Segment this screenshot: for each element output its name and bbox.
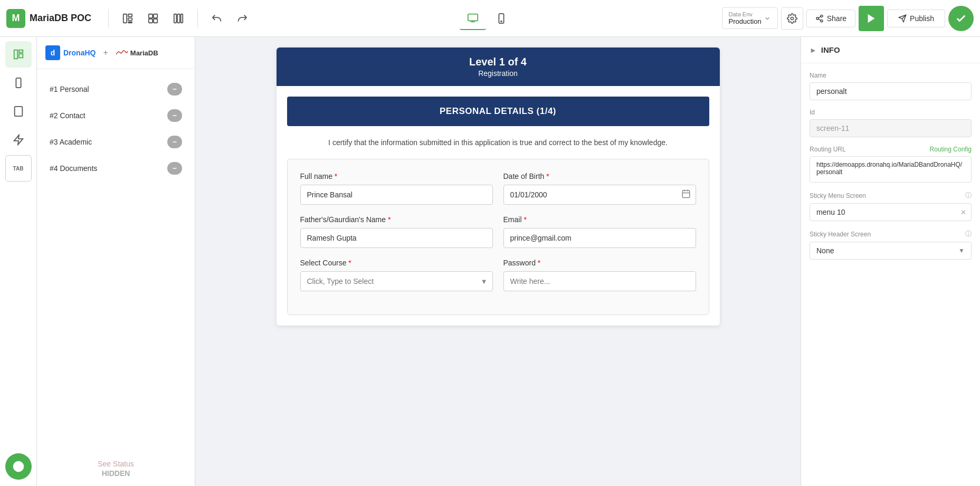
see-status-text: See Status	[98, 460, 134, 468]
father-group: Father's/Gaurdian's Name *	[300, 215, 493, 248]
full-name-input[interactable]	[300, 185, 493, 205]
section-title: PERSONAL DETAILS (1/4)	[287, 97, 709, 126]
level-text: Level 1 of 4	[287, 56, 709, 68]
dob-label: Date of Birth *	[503, 172, 696, 180]
registration-text: Registration	[287, 69, 709, 78]
sticky-menu-clear-btn[interactable]: ✕	[955, 204, 971, 220]
nav-sidebar-btn[interactable]	[5, 41, 32, 68]
redo-btn[interactable]	[232, 8, 253, 29]
share-btn[interactable]: Share	[806, 9, 855, 27]
mobile-view-btn[interactable]	[488, 7, 515, 30]
dob-input[interactable]	[503, 185, 696, 205]
name-field-value[interactable]: personalt	[810, 82, 972, 100]
svg-rect-10	[181, 14, 183, 23]
svg-rect-9	[177, 14, 180, 23]
sticky-menu-info-icon: ⓘ	[965, 191, 972, 200]
nav-items: #1 Personal #2 Contact #3 Academic #4 Do…	[37, 69, 195, 451]
data-env-btn[interactable]: Data Env Production	[722, 7, 778, 29]
undo-btn[interactable]	[206, 8, 227, 29]
name-field-label: Name	[810, 72, 972, 79]
tab-sidebar-btn[interactable]: TAB	[5, 155, 32, 182]
app-logo: M MariaDB POC	[6, 9, 91, 28]
full-name-group: Full name *	[300, 172, 493, 205]
maria-db-text: MariaDB	[116, 49, 158, 57]
svg-line-19	[818, 16, 821, 18]
nav-header: d DronaHQ + MariaDB	[37, 37, 195, 69]
desktop-view-btn[interactable]	[460, 7, 486, 30]
layout-cols-btn[interactable]	[168, 8, 189, 29]
svg-rect-11	[468, 14, 478, 21]
nav-item-documents[interactable]: #4 Documents	[45, 157, 186, 180]
nav-logo-group: d DronaHQ	[45, 45, 96, 60]
sticky-header-select[interactable]: None ▼	[810, 242, 972, 260]
course-select-wrapper: ▼	[300, 271, 493, 291]
app-name: MariaDB POC	[30, 13, 91, 24]
nav-item-personal[interactable]: #1 Personal	[45, 78, 186, 101]
play-btn[interactable]	[859, 6, 884, 31]
sticky-menu-input-row: ✕	[810, 203, 972, 221]
svg-rect-2	[128, 18, 132, 21]
nav-item-contact-badge	[167, 109, 182, 122]
help-btn[interactable]	[5, 453, 32, 480]
password-label: Password *	[503, 259, 696, 267]
email-input[interactable]	[503, 228, 696, 248]
mobile-sidebar-btn[interactable]	[5, 70, 32, 96]
svg-marker-28	[14, 135, 23, 145]
tablet-sidebar-btn[interactable]	[5, 98, 32, 125]
password-group: Password *	[503, 259, 696, 291]
svg-point-15	[821, 15, 823, 17]
row-1: Full name * Date of Birth *	[300, 172, 696, 205]
svg-point-14	[791, 17, 793, 20]
publish-btn[interactable]: Publish	[887, 9, 945, 27]
check-btn[interactable]	[948, 6, 974, 31]
svg-marker-20	[868, 14, 875, 23]
id-field-label: Id	[810, 109, 972, 116]
nav-item-documents-badge	[167, 162, 182, 175]
sticky-header-info-icon: ⓘ	[965, 230, 972, 239]
canvas-inner: Level 1 of 4 Registration PERSONAL DETAI…	[195, 37, 801, 486]
nav-item-academic[interactable]: #3 Academic	[45, 130, 186, 154]
settings-btn[interactable]	[781, 7, 803, 30]
sticky-header-row: Sticky Header Screen ⓘ	[810, 230, 972, 239]
layout-list-btn[interactable]	[117, 8, 138, 29]
canvas: Level 1 of 4 Registration PERSONAL DETAI…	[195, 37, 801, 486]
course-select[interactable]	[300, 271, 493, 291]
svg-rect-23	[14, 50, 17, 59]
hidden-text: HIDDEN	[102, 469, 130, 478]
main-layout: TAB d DronaHQ + MariaDB #1 Personal	[0, 37, 980, 486]
topbar: M MariaDB POC Data Env Production	[0, 0, 980, 37]
info-title: INFO	[821, 45, 840, 54]
row-2: Father's/Gaurdian's Name * Email *	[300, 215, 696, 248]
row-3: Select Course * ▼ Password *	[300, 259, 696, 291]
nav-item-personal-badge	[167, 83, 182, 96]
routing-url-value: https://demoapps.dronahq.io/MariaDBandDr…	[810, 156, 972, 183]
sticky-header-select-text: None	[816, 246, 834, 255]
nav-item-personal-label: #1 Personal	[50, 85, 89, 93]
name-field-group: Name personalt	[810, 72, 972, 100]
nav-panel: d DronaHQ + MariaDB #1 Personal #2 Conta…	[37, 37, 195, 486]
father-input[interactable]	[300, 228, 493, 248]
certify-text: I certify that the information submitted…	[277, 126, 720, 159]
svg-rect-7	[154, 18, 157, 22]
layout-grid-btn[interactable]	[142, 8, 164, 29]
email-label: Email *	[503, 215, 696, 224]
svg-rect-24	[18, 50, 22, 53]
right-panel-body: Name personalt Id screen-11 Routing URL …	[801, 63, 980, 277]
routing-url-label: Routing URL	[810, 146, 846, 153]
routing-url-group: Routing URL Routing Config https://demoa…	[810, 146, 972, 183]
nav-item-academic-badge	[167, 136, 182, 148]
divider	[108, 9, 109, 28]
course-group: Select Course * ▼	[300, 259, 493, 291]
svg-rect-26	[16, 78, 21, 88]
lightning-sidebar-btn[interactable]	[5, 127, 32, 153]
id-field-value: screen-11	[810, 119, 972, 137]
right-panel-header: ► INFO	[801, 37, 980, 63]
sticky-header-label: Sticky Header Screen	[810, 231, 871, 238]
sticky-menu-input[interactable]	[810, 204, 955, 221]
password-input[interactable]	[503, 271, 696, 291]
nav-item-contact[interactable]: #2 Contact	[45, 104, 186, 127]
routing-config-link[interactable]: Routing Config	[930, 146, 972, 153]
dob-wrapper	[503, 185, 696, 205]
dob-group: Date of Birth *	[503, 172, 696, 205]
view-switcher	[257, 7, 718, 30]
